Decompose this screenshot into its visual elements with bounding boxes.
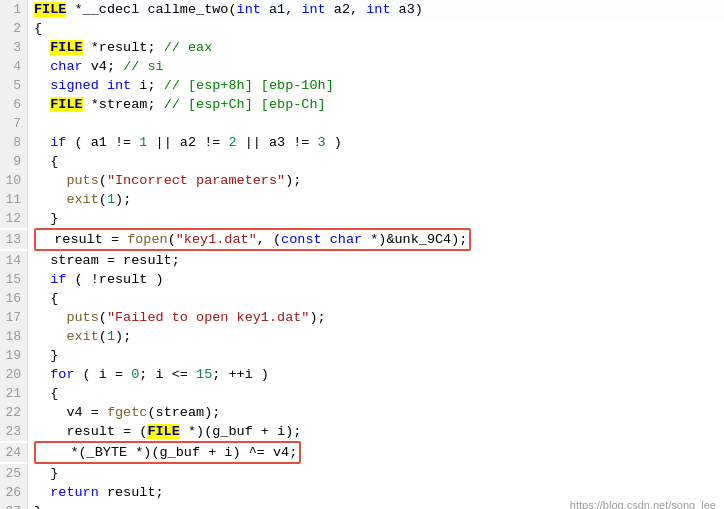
code-content: FILE *__cdecl callme_two(int a1, int a2,… xyxy=(34,0,423,19)
code-content: { xyxy=(34,384,58,403)
code-content: } xyxy=(34,209,58,228)
line-number: 15 xyxy=(0,270,28,289)
code-content: FILE *stream; // [esp+Ch] [ebp-Ch] xyxy=(34,95,326,114)
code-content: stream = result; xyxy=(34,251,180,270)
code-content: result = fopen("key1.dat", (const char *… xyxy=(34,228,471,251)
line-number: 5 xyxy=(0,76,28,95)
line-number: 18 xyxy=(0,327,28,346)
table-row: 21 { xyxy=(0,384,724,403)
code-content: if ( a1 != 1 || a2 != 2 || a3 != 3 ) xyxy=(34,133,342,152)
table-row: 4 char v4; // si xyxy=(0,57,724,76)
code-content: return result; xyxy=(34,483,164,502)
table-row: 2 { xyxy=(0,19,724,38)
table-row: 19 } xyxy=(0,346,724,365)
code-content: v4 = fgetc(stream); xyxy=(34,403,220,422)
code-content: exit(1); xyxy=(34,327,131,346)
code-viewer: 1 FILE *__cdecl callme_two(int a1, int a… xyxy=(0,0,724,509)
watermark-text: https://blog.csdn.net/song_lee xyxy=(570,496,716,509)
line-number: 24 xyxy=(0,443,28,462)
line-number: 17 xyxy=(0,308,28,327)
line-number: 25 xyxy=(0,464,28,483)
code-content: { xyxy=(34,19,42,38)
line-number: 22 xyxy=(0,403,28,422)
line-number: 21 xyxy=(0,384,28,403)
code-content: { xyxy=(34,152,58,171)
table-row: 20 for ( i = 0; i <= 15; ++i ) xyxy=(0,365,724,384)
line-number: 7 xyxy=(0,114,28,133)
line-number: 8 xyxy=(0,133,28,152)
code-content: if ( !result ) xyxy=(34,270,164,289)
table-row: 15 if ( !result ) xyxy=(0,270,724,289)
line-number: 26 xyxy=(0,483,28,502)
line-number: 11 xyxy=(0,190,28,209)
line-number: 4 xyxy=(0,57,28,76)
table-row: 7 xyxy=(0,114,724,133)
code-content: } xyxy=(34,346,58,365)
code-content: *(_BYTE *)(g_buf + i) ^= v4; xyxy=(34,441,301,464)
code-content: for ( i = 0; i <= 15; ++i ) xyxy=(34,365,269,384)
line-number: 23 xyxy=(0,422,28,441)
line-number: 10 xyxy=(0,171,28,190)
code-content: char v4; // si xyxy=(34,57,164,76)
line-number: 6 xyxy=(0,95,28,114)
code-content: } xyxy=(34,502,42,509)
table-row: 5 signed int i; // [esp+8h] [ebp-10h] xyxy=(0,76,724,95)
line-number: 1 xyxy=(0,0,28,19)
line-number: 16 xyxy=(0,289,28,308)
line-number: 19 xyxy=(0,346,28,365)
line-number: 20 xyxy=(0,365,28,384)
code-content: FILE *result; // eax xyxy=(34,38,212,57)
table-row: 22 v4 = fgetc(stream); xyxy=(0,403,724,422)
code-content: puts("Failed to open key1.dat"); xyxy=(34,308,326,327)
line-number: 2 xyxy=(0,19,28,38)
code-content: { xyxy=(34,289,58,308)
table-row: 11 exit(1); xyxy=(0,190,724,209)
code-content xyxy=(34,114,42,133)
table-row: 14 stream = result; xyxy=(0,251,724,270)
line-number: 14 xyxy=(0,251,28,270)
code-content: exit(1); xyxy=(34,190,131,209)
line-number: 27 xyxy=(0,502,28,509)
code-content: puts("Incorrect parameters"); xyxy=(34,171,301,190)
table-row: 23 result = (FILE *)(g_buf + i); xyxy=(0,422,724,441)
table-row: 1 FILE *__cdecl callme_two(int a1, int a… xyxy=(0,0,724,19)
line-number: 13 xyxy=(0,230,28,249)
table-row: 8 if ( a1 != 1 || a2 != 2 || a3 != 3 ) xyxy=(0,133,724,152)
line-number: 3 xyxy=(0,38,28,57)
code-content: result = (FILE *)(g_buf + i); xyxy=(34,422,301,441)
code-content: } xyxy=(34,464,58,483)
table-row: 25 } xyxy=(0,464,724,483)
line-number: 12 xyxy=(0,209,28,228)
table-row: 10 puts("Incorrect parameters"); xyxy=(0,171,724,190)
table-row: 6 FILE *stream; // [esp+Ch] [ebp-Ch] xyxy=(0,95,724,114)
table-row: 12 } xyxy=(0,209,724,228)
table-row: 16 { xyxy=(0,289,724,308)
code-content: signed int i; // [esp+8h] [ebp-10h] xyxy=(34,76,334,95)
table-row: 13 result = fopen("key1.dat", (const cha… xyxy=(0,228,724,251)
table-row: 17 puts("Failed to open key1.dat"); xyxy=(0,308,724,327)
table-row: 9 { xyxy=(0,152,724,171)
table-row: 18 exit(1); xyxy=(0,327,724,346)
line-number: 9 xyxy=(0,152,28,171)
table-row: 3 FILE *result; // eax xyxy=(0,38,724,57)
table-row: 24 *(_BYTE *)(g_buf + i) ^= v4; xyxy=(0,441,724,464)
